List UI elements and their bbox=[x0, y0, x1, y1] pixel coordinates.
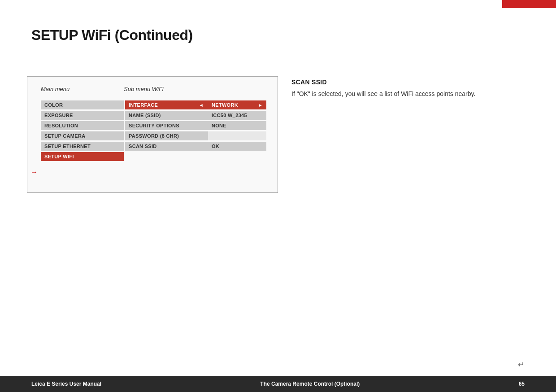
scan-ssid-title: SCAN SSID bbox=[291, 78, 534, 86]
sub-menu-wifi: INTERFACE ◄ NAME (SSID) SECURITY OPTIONS… bbox=[125, 100, 208, 151]
menu-item-setup-ethernet[interactable]: SETUP ETHERNET bbox=[41, 142, 124, 151]
label-main-menu: Main menu bbox=[41, 86, 124, 92]
right-arrow-icon: ► bbox=[258, 103, 263, 108]
menus-container: COLOR EXPOSURE RESOLUTION SETUP CAMERA S… bbox=[36, 100, 269, 161]
value-item-ok[interactable]: OK bbox=[208, 142, 266, 151]
footer-right: 65 bbox=[519, 381, 525, 387]
diagram-labels: Main menu Sub menu WiFi bbox=[36, 86, 269, 92]
scan-ssid-desc: If "OK" is selected, you will see a list… bbox=[291, 89, 534, 99]
main-menu: COLOR EXPOSURE RESOLUTION SETUP CAMERA S… bbox=[41, 100, 124, 161]
value-item-none[interactable]: NONE bbox=[208, 121, 266, 130]
values-column: NETWORK ► ICC50 W_2345 NONE OK bbox=[208, 100, 266, 151]
value-item-icc50[interactable]: ICC50 W_2345 bbox=[208, 111, 266, 120]
value-item-network[interactable]: NETWORK ► bbox=[208, 100, 266, 109]
value-item-empty bbox=[208, 131, 266, 140]
arrow-indicator: → bbox=[30, 168, 38, 176]
label-sub-menu: Sub menu WiFi bbox=[124, 86, 164, 92]
menu-item-color[interactable]: COLOR bbox=[41, 100, 124, 109]
left-arrow-icon: ◄ bbox=[199, 103, 204, 108]
footer-center: The Camera Remote Control (Optional) bbox=[260, 381, 360, 387]
return-icon: ↵ bbox=[518, 360, 525, 370]
sub-item-password[interactable]: PASSWORD (8 CHR) bbox=[125, 131, 208, 140]
sub-item-security-options[interactable]: SECURITY OPTIONS bbox=[125, 121, 208, 130]
menu-item-exposure[interactable]: EXPOSURE bbox=[41, 111, 124, 120]
footer: Leica E Series User Manual The Camera Re… bbox=[0, 376, 556, 392]
sub-item-interface-label: INTERFACE bbox=[129, 102, 158, 108]
footer-left: Leica E Series User Manual bbox=[31, 381, 101, 387]
page-title: SETUP WiFi (Continued) bbox=[31, 27, 193, 44]
menu-item-resolution[interactable]: RESOLUTION bbox=[41, 121, 124, 130]
sub-item-scan-ssid[interactable]: SCAN SSID bbox=[125, 142, 208, 151]
diagram-box: Main menu Sub menu WiFi COLOR EXPOSURE R… bbox=[27, 76, 278, 193]
sub-item-interface[interactable]: INTERFACE ◄ bbox=[125, 100, 208, 109]
menu-item-setup-wifi[interactable]: SETUP WIFI bbox=[41, 152, 124, 161]
right-panel: SCAN SSID If "OK" is selected, you will … bbox=[291, 78, 534, 99]
value-network-label: NETWORK bbox=[212, 102, 238, 108]
top-red-bar bbox=[502, 0, 556, 8]
menu-item-setup-camera[interactable]: SETUP CAMERA bbox=[41, 131, 124, 140]
sub-item-name-ssid[interactable]: NAME (SSID) bbox=[125, 111, 208, 120]
